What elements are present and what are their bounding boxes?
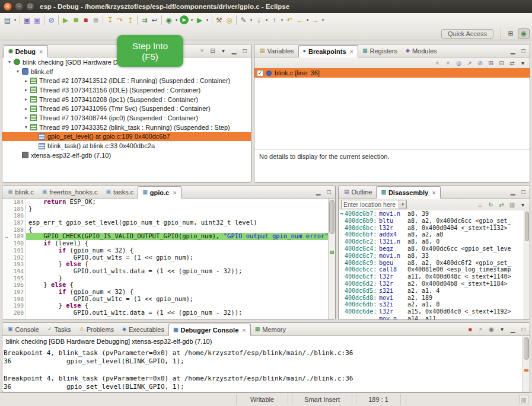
dropdown-arrow-icon[interactable]: ▾ (174, 18, 179, 23)
gutter-marker-slot[interactable] (2, 226, 10, 234)
external-tools-button[interactable]: ▶ (195, 15, 205, 25)
code-line[interactable]: GPIO.out1_w1tc.data = (1 << (gpio_num - … (26, 309, 328, 317)
console-view-tab-problems[interactable]: ⚠Problems (75, 323, 119, 335)
dropdown-arrow-icon[interactable]: ▾ (205, 18, 210, 23)
maximize-button[interactable]: □ (519, 187, 528, 196)
save-all-button[interactable]: ▣ (32, 15, 42, 25)
debug-tree-item[interactable]: ▸Thread #7 1073408744 (ipc0) (Suspended … (2, 113, 251, 123)
expand-arrow-icon[interactable]: ▸ (23, 97, 30, 102)
breakpoint-row[interactable]: ✓blink.c [line: 36] (254, 68, 530, 78)
disassembly-line[interactable]: 400dc6d5:s32ia2, a1, 4 (339, 287, 524, 295)
disassembly-scrollbar-thumb[interactable] (525, 212, 529, 241)
disassembly-line[interactable]: mov.na14, a11 (339, 315, 524, 319)
debug-view-tab-debug[interactable]: ◉Debug× (4, 45, 48, 57)
debug-perspective-button[interactable]: ◉ (518, 28, 530, 39)
gutter-marker-slot[interactable] (2, 261, 10, 268)
last-edit-location-button[interactable]: ↶ (285, 15, 295, 25)
line-number[interactable]: 198 (10, 296, 24, 303)
debug-button[interactable]: ◉ (164, 15, 174, 25)
disconnect-button[interactable]: ⊗ (91, 15, 101, 25)
disassembly-line[interactable]: →400dc6b7:movi.na8, 39 (339, 210, 524, 218)
window-maximize-button[interactable]: □ (26, 2, 34, 11)
gutter-marker-slot[interactable] (2, 219, 10, 226)
disassembly-line[interactable]: 400dc6c9:bgeua8, a2, 0x400dc6f2 <gpio_se… (339, 260, 524, 267)
line-number[interactable]: 196 (10, 282, 24, 289)
minimize-button[interactable]: ▁ (508, 46, 517, 55)
home-button[interactable]: ⌂ (476, 200, 485, 209)
close-tab-icon[interactable]: × (350, 48, 353, 55)
resume-button[interactable]: ▶ (60, 15, 71, 25)
line-number[interactable]: 187 (10, 219, 24, 226)
code-line[interactable]: esp_err_t gpio_set_level(gpio_num_t gpio… (26, 219, 328, 226)
disassembly-view-tab-disassembly[interactable]: ▥Disassembly× (376, 186, 440, 199)
go-to-file-button[interactable]: ↗ (465, 59, 474, 68)
remove-all-terminated-button[interactable]: × (197, 46, 206, 55)
save-button[interactable]: ▣ (22, 15, 32, 25)
minimize-button[interactable]: ▁ (314, 187, 323, 196)
debug-tree-item[interactable]: ▸Thread #6 1073431096 (Tmr Svc) (Suspend… (2, 104, 251, 113)
gutter-marker-slot[interactable] (2, 309, 10, 317)
disassembly-view-tab-outline[interactable]: ▤Outline (340, 186, 376, 198)
combo-dropdown-icon[interactable]: ▾ (399, 200, 406, 209)
gutter-marker-slot[interactable] (2, 282, 10, 289)
breakpoints-view-tab-variables[interactable]: ▤Variables (256, 44, 298, 57)
gutter-marker-slot[interactable] (2, 289, 10, 296)
editor-tab-blink-c[interactable]: ▣blink.c (4, 186, 38, 198)
collapse-all-button[interactable]: ⊟ (208, 46, 217, 55)
gutter-marker-slot[interactable] (2, 296, 10, 303)
console-view-tab-memory[interactable]: ▦Memory (251, 323, 290, 335)
debug-tree-item[interactable]: blink_task() at blink.c:33 0x400dbc2a (2, 141, 251, 151)
line-number[interactable]: 188 (10, 226, 24, 234)
disassembly-line[interactable]: 400dc6bc:l32ra8, 0x400d0404 <_stext+1132… (339, 225, 524, 232)
editor-line-number-ruler[interactable]: 1841851861871881891901911921931941951961… (10, 199, 26, 319)
line-number[interactable]: 190 (10, 240, 24, 247)
gutter-marker-slot[interactable] (2, 212, 10, 219)
run-button[interactable]: ▶ (180, 15, 189, 24)
collapse-all-button[interactable]: ⊟ (497, 59, 506, 68)
disassembly-line[interactable]: 400dc6db:s32ia2, a1, 0 (339, 301, 524, 308)
remove-console-button[interactable]: × (476, 325, 485, 334)
next-annotation-button[interactable]: ↓ (254, 15, 264, 25)
disassembly-listing[interactable]: →400dc6b7:movi.na8, 39400dc6b9:bltua8, a… (339, 210, 524, 319)
gutter-marker-slot[interactable] (2, 206, 10, 213)
current-line-arrow-icon[interactable]: → (2, 233, 10, 240)
line-number[interactable]: 193 (10, 261, 24, 268)
editor-scrollbar[interactable] (328, 199, 335, 319)
expand-arrow-icon[interactable]: ▸ (23, 87, 30, 92)
disassembly-line[interactable]: 400dc6c4:beqza8, 0x400dc6cc <gpio_set_le… (339, 245, 524, 252)
gutter-marker-slot[interactable] (2, 268, 10, 275)
expand-arrow-icon[interactable]: ▾ (23, 124, 30, 130)
dropdown-arrow-icon[interactable]: ▾ (320, 18, 326, 23)
code-line[interactable]: return ESP_OK; (26, 199, 328, 206)
line-number[interactable]: 184 (10, 199, 24, 206)
code-line[interactable]: } (26, 206, 328, 213)
gutter-marker-slot[interactable] (2, 254, 10, 261)
console-view-tab-console[interactable]: ▣Console (4, 323, 43, 335)
maximize-button[interactable]: □ (240, 46, 249, 55)
breakpoints-view-tab-modules[interactable]: ◆Modules (402, 44, 441, 57)
disassembly-scrollbar[interactable] (524, 210, 530, 319)
gutter-marker-slot[interactable] (2, 247, 10, 254)
location-input[interactable]: Enter location here (342, 201, 399, 208)
debug-tree-item[interactable]: ▾Thread #9 1073433352 (blink_task : Runn… (2, 123, 251, 132)
open-element-button[interactable]: ✎ (238, 15, 249, 25)
disassembly-line[interactable]: 400dc6cc:call80x40081e00 <esp_log_timest… (339, 266, 524, 273)
location-combo[interactable]: Enter location here ▾ (341, 200, 407, 209)
window-minimize-button[interactable]: – (15, 2, 23, 11)
editor-tab-tasks-c[interactable]: ▣tasks.c (102, 186, 138, 198)
step-into-button[interactable]: ↧ (105, 15, 115, 25)
console-view-tab-debugger-console[interactable]: ▣Debugger Console× (168, 324, 251, 336)
breakpoints-view-tab-breakpoints[interactable]: ●Breakpoints× (298, 45, 358, 57)
editor-tab-gpio-c[interactable]: ▣gpio.c× (138, 186, 181, 199)
line-number[interactable]: 199 (10, 302, 24, 309)
disassembly-line[interactable]: 400dc6bf:addx4a8, a2, a8 (339, 231, 524, 238)
line-number[interactable]: 200 (10, 309, 24, 317)
maximize-button[interactable]: □ (519, 46, 528, 55)
debug-tree-item[interactable]: xtensa-esp32-elf-gdb (7.10) (2, 151, 251, 160)
window-close-button[interactable]: × (4, 2, 12, 11)
show-opcodes-button[interactable]: ▥ (508, 200, 517, 209)
disassembly-line[interactable]: 400dc6d2:l32ra2, 0x400d04b8 <_stext+1184… (339, 280, 524, 287)
step-return-button[interactable]: ↥ (125, 15, 135, 25)
expand-arrow-icon[interactable]: ▸ (23, 106, 30, 111)
expand-arrow-icon[interactable]: ▾ (6, 59, 13, 65)
